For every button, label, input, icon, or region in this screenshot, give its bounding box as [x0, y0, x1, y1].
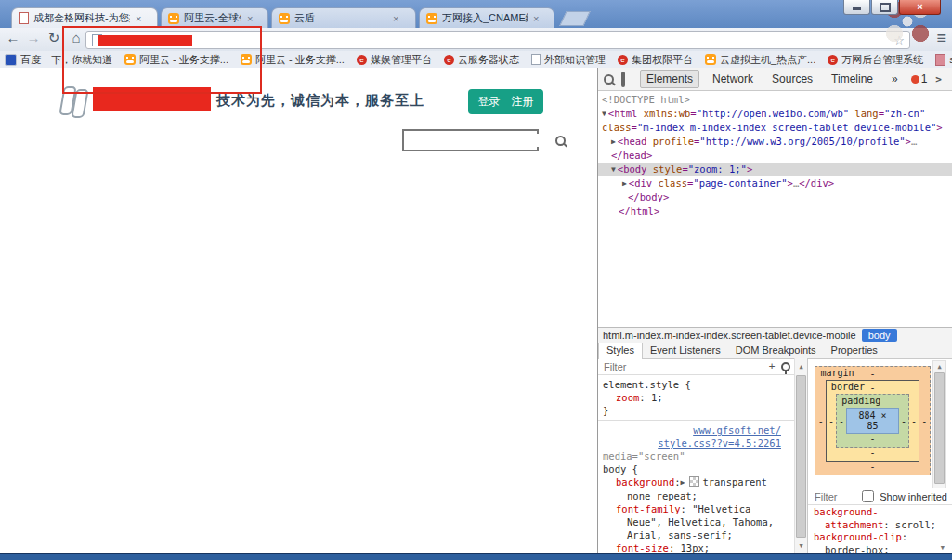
bookmark-wanwang-admin[interactable]: e万网后台管理系统	[828, 53, 923, 67]
dom-node-page-container[interactable]: ▶<div class="page-container">…</div>	[598, 176, 952, 190]
tab-close-icon[interactable]: ×	[135, 14, 142, 23]
browser-tab-3[interactable]: 云盾 ×	[271, 7, 416, 28]
bookmark-cloud-host[interactable]: 云虚拟主机_热点产...	[705, 53, 815, 67]
dom-node-html-close[interactable]: </html>	[598, 204, 952, 218]
bookmark-media-platform[interactable]: e媒娱管理平台	[357, 53, 432, 67]
box-model-padding[interactable]: padding- - 884 × 85 - -	[836, 394, 909, 448]
aliyun-favicon	[279, 13, 290, 24]
book-icon	[935, 54, 945, 66]
reload-button[interactable]: ↻	[45, 30, 63, 46]
inspect-search-icon[interactable]	[604, 74, 614, 85]
css-property[interactable]: font-size: 13px;	[603, 541, 781, 554]
tab-event-listeners[interactable]: Event Listeners	[643, 343, 728, 358]
dom-node-doctype[interactable]: <!DOCTYPE html>	[598, 93, 952, 107]
bookmark-aliyun-2[interactable]: 阿里云 - 业务支撑...	[241, 53, 345, 67]
css-selector[interactable]: element.style {	[603, 378, 781, 391]
metrics-scrollbar[interactable]: ▲	[932, 360, 946, 488]
box-model-margin[interactable]: margin- - border- - padding-	[815, 366, 930, 475]
browser-tab-4[interactable]: 万网接入_CNAME绑定教 ×	[419, 7, 554, 28]
scroll-down-icon[interactable]: ▼	[941, 544, 945, 552]
dom-node-body-close[interactable]: </body>	[598, 190, 952, 204]
devtools-tab-sources[interactable]: Sources	[766, 70, 818, 88]
error-badge[interactable]: 1	[911, 72, 928, 85]
pin-icon[interactable]	[781, 362, 790, 371]
css-selector[interactable]: body {	[603, 462, 781, 475]
computed-properties: background-attachment: scroll; backgroun…	[808, 503, 952, 554]
bookmark-knowledge[interactable]: 外部知识管理	[531, 53, 606, 67]
login-link[interactable]: 登录	[478, 94, 501, 110]
web-page-content: 技术为先，诚信为本，服务至上 登录 注册	[0, 68, 597, 554]
site-tagline: 技术为先，诚信为本，服务至上	[216, 92, 424, 110]
scroll-up-icon[interactable]: ▲	[799, 360, 802, 373]
scroll-up-icon[interactable]: ▲	[937, 363, 941, 371]
breadcrumb-body-current[interactable]: body	[862, 329, 897, 342]
red-site-icon: e	[828, 55, 838, 65]
devtools-tab-network[interactable]: Network	[707, 70, 759, 88]
url-redaction-block	[98, 35, 192, 46]
back-button[interactable]: ←	[4, 30, 22, 46]
bookmark-server-status[interactable]: e云服务器状态	[444, 53, 519, 67]
browser-tab-1[interactable]: 成都金格网科技-为您提供 ×	[11, 7, 158, 28]
css-property[interactable]: zoom: 1;	[603, 391, 781, 404]
css-property[interactable]: background:▶transparent none repeat;	[603, 475, 781, 502]
css-property[interactable]: font-family: "Helvetica Neue", Helvetica…	[603, 502, 781, 541]
address-bar[interactable]: ☆	[85, 31, 910, 49]
computed-property[interactable]: background-clip: border-box;	[814, 531, 937, 554]
devtools-tabs-overflow-icon[interactable]: »	[886, 70, 904, 88]
show-inherited-checkbox[interactable]	[862, 490, 874, 502]
box-model-content-size[interactable]: 884 × 85	[846, 408, 899, 434]
devtools-tab-elements[interactable]: Elements	[640, 70, 699, 88]
tab-close-icon[interactable]: ×	[392, 14, 399, 23]
forward-button[interactable]: →	[24, 30, 43, 46]
device-mode-icon[interactable]	[621, 72, 625, 87]
tab-title: 云盾	[294, 11, 387, 25]
bookmark-baidu[interactable]: 百度一下，你就知道	[5, 53, 112, 67]
minimize-button[interactable]	[843, 0, 870, 15]
stylesheet-link[interactable]: www.gfsoft.net/style.css??v=4.5:2261	[658, 423, 781, 449]
tab-properties[interactable]: Properties	[824, 343, 885, 358]
tab-close-icon[interactable]: ×	[246, 14, 254, 23]
browser-tab-2[interactable]: 阿里云-全球领先的云计算 ×	[161, 7, 268, 28]
dom-node-body-selected[interactable]: ▼<body style="zoom: 1;">	[598, 163, 952, 176]
scrollbar-thumb[interactable]	[796, 375, 806, 538]
site-search-input[interactable]	[404, 134, 555, 147]
sidebar-tabs: Styles Event Listeners DOM Breakpoints P…	[598, 343, 952, 359]
css-rule-body-2261: www.gfsoft.net/style.css??v=4.5:2261 med…	[598, 421, 794, 554]
site-search-box[interactable]	[402, 129, 539, 151]
window-controls: ×	[843, 0, 941, 15]
computed-filter-input[interactable]	[813, 490, 854, 503]
close-window-button[interactable]: ×	[899, 0, 941, 15]
search-icon[interactable]	[555, 136, 566, 146]
home-button[interactable]: ⌂	[67, 30, 85, 46]
console-drawer-icon[interactable]: >_	[935, 73, 947, 85]
aliyun-favicon	[426, 13, 437, 24]
login-register-button[interactable]: 登录 注册	[468, 89, 543, 114]
tab-dom-breakpoints[interactable]: DOM Breakpoints	[728, 343, 824, 358]
elements-breadcrumb: html.m-index.m-index-index.screen-tablet…	[598, 327, 952, 343]
dom-node-head[interactable]: ▶<head profile="http://www.w3.org/2005/1…	[598, 135, 952, 163]
styles-scrollbar[interactable]: ▲ ▼	[794, 358, 807, 554]
breadcrumb-html[interactable]: html.m-index.m-index-index.screen-tablet…	[603, 330, 856, 341]
new-tab-button[interactable]	[559, 11, 590, 26]
styles-filter-input[interactable]	[602, 360, 763, 373]
dom-node-html[interactable]: ▼<html xmlns:wb="http://open.weibo.com/w…	[598, 107, 952, 135]
maximize-icon	[880, 3, 891, 12]
css-rule-close: }	[603, 404, 781, 417]
browser-window: × 成都金格网科技-为您提供 × 阿里云-全球领先的云计算 × 云盾 × 万网接…	[0, 0, 952, 560]
tab-close-icon[interactable]: ×	[532, 14, 540, 23]
bookmark-shell-script[interactable]: shell脚本分析nginx...	[935, 53, 952, 67]
devtools-panel: Elements Network Sources Timeline » 1 >_…	[597, 68, 952, 554]
computed-property[interactable]: background-attachment: scroll;	[814, 506, 937, 531]
scroll-down-icon[interactable]: ▼	[799, 540, 802, 553]
box-model-border[interactable]: border- - padding- - 884 × 85	[826, 380, 919, 462]
devtools-tab-timeline[interactable]: Timeline	[826, 70, 879, 88]
new-style-rule-icon[interactable]: +	[769, 360, 776, 373]
bookmark-permissions[interactable]: e集团权限平台	[618, 53, 693, 67]
bookmark-aliyun-1[interactable]: 阿里云 - 业务支撑...	[124, 53, 228, 67]
tab-styles[interactable]: Styles	[598, 343, 643, 359]
tab-strip: 成都金格网科技-为您提供 × 阿里云-全球领先的云计算 × 云盾 × 万网接入_…	[11, 7, 587, 28]
styles-pane: + ◆ element.style { zoom: 1; } www.gfsof…	[598, 358, 808, 554]
maximize-button[interactable]	[871, 0, 898, 15]
register-link[interactable]: 注册	[512, 94, 534, 110]
scrollbar-thumb[interactable]	[934, 372, 945, 484]
